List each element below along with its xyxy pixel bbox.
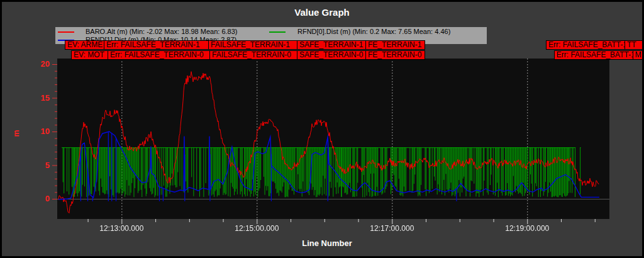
x-tick-label: 12:15:00.000 xyxy=(222,224,291,233)
y-tick-label: 15 xyxy=(28,93,50,103)
y-tick-label: 5 xyxy=(28,160,50,170)
error-label: MB xyxy=(633,50,644,60)
error-label: SAFE_TERRAIN-1 xyxy=(297,40,366,50)
baro-alt-line-swatch xyxy=(58,31,74,33)
error-label: Err: FAILSAFE_TERRAIN-0 xyxy=(108,50,210,60)
error-label: Err: FAILSAFE_BATT-1 xyxy=(554,50,633,60)
y-axis-title: m xyxy=(12,130,21,137)
error-label: EV: MOT xyxy=(71,50,108,60)
error-label: SAFE_TERRAIN-0 xyxy=(297,50,366,60)
x-tick-label: 12:13:00.000 xyxy=(87,224,156,233)
error-label: Err: FAILSAFE_TERRAIN-1 xyxy=(104,40,209,50)
error-label: FAILSAFE_TERRAIN-1 xyxy=(208,40,297,50)
rfnd0-line-swatch xyxy=(269,31,286,33)
x-tick-label: 12:19:00.000 xyxy=(492,224,562,233)
x-axis-title: Line Number xyxy=(264,238,390,248)
error-label: Err: FAILSAFE_BATT-1 xyxy=(546,40,625,50)
y-tick-label: 0 xyxy=(28,194,50,203)
legend-item-baro-alt[interactable]: BARO.Alt (m) (Min: -2.02 Max: 18.98 Mean… xyxy=(86,28,237,35)
value-graph-window: Value Graph BARO.Alt (m) (Min: -2.02 Max… xyxy=(0,0,644,258)
y-tick-label: 20 xyxy=(28,59,50,69)
y-tick-label: 10 xyxy=(28,126,50,136)
graph-plot-area[interactable] xyxy=(52,55,612,228)
error-label: FE_TERRAIN-0 xyxy=(365,50,425,60)
legend-row: BARO.Alt (m) (Min: -2.02 Max: 18.98 Mean… xyxy=(55,28,487,36)
legend-item-rfnd0[interactable]: RFND[0].Dist (m) (Min: 0.2 Max: 7.65 Mea… xyxy=(297,28,450,35)
x-tick-label: 12:17:00.000 xyxy=(357,224,426,233)
error-label: TT xyxy=(625,40,644,50)
page-title: Value Graph xyxy=(2,7,642,18)
error-label: FAILSAFE_TERRAIN-0 xyxy=(209,50,297,60)
error-label: EV: ARME xyxy=(65,40,104,50)
error-label: FE_TERRAIN-1 xyxy=(365,40,425,50)
